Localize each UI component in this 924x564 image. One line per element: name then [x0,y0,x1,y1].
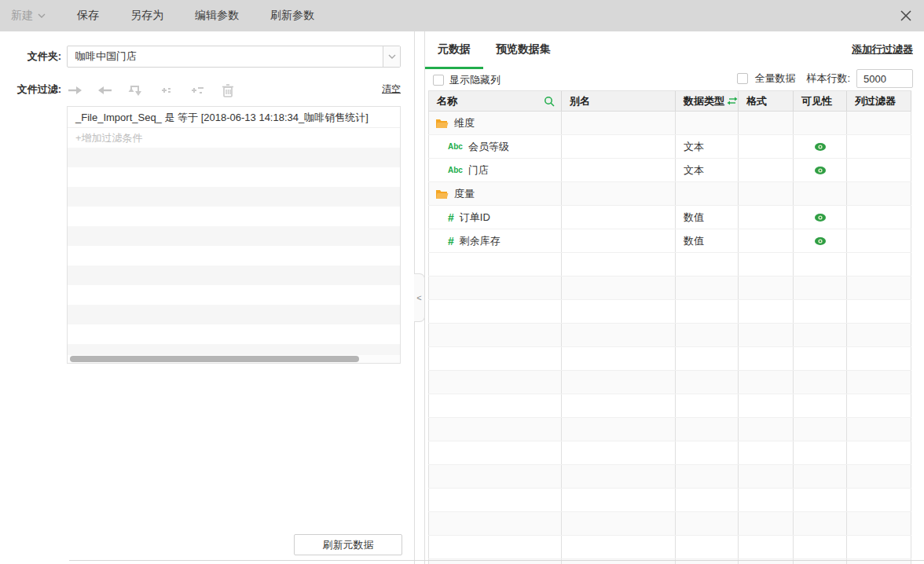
empty-cell [794,512,847,535]
empty-cell [739,371,794,394]
visibility-cell[interactable] [794,229,847,252]
empty-table-row [428,536,911,559]
add-condition-icon[interactable] [159,82,174,98]
column-filter-cell [847,159,911,181]
field-row[interactable]: Abc门店文本 [428,159,911,182]
field-row[interactable]: #剩余库存数值 [428,229,911,253]
row-name-label: 度量 [454,187,475,201]
folder-row[interactable]: 度量 [428,182,911,206]
datatype-cell: 文本 [676,159,739,181]
save-button[interactable]: 保存 [77,9,99,23]
add-row-filter-link[interactable]: 添加行过滤器 [852,42,913,57]
sample-rows-input[interactable] [856,69,913,88]
empty-filter-row [68,266,400,285]
clear-filters-link[interactable]: 清空 [382,82,401,96]
refresh-params-button[interactable]: 刷新参数 [270,9,314,23]
column-header-alias: 别名 [562,91,676,111]
empty-cell [794,489,847,511]
visibility-cell[interactable] [794,159,847,181]
save-as-button-label: 另存为 [130,9,163,23]
empty-cell [428,441,562,464]
empty-cell [562,512,676,535]
column-header-name: 名称 [428,91,562,111]
empty-filter-row [68,148,400,167]
empty-cell [794,441,847,464]
collapse-panel-handle[interactable]: < [414,273,425,322]
save-as-button[interactable]: 另存为 [130,9,163,23]
visibility-cell[interactable] [794,135,847,158]
folder-select[interactable]: 咖啡中国门店 [67,46,401,68]
scrollbar-thumb[interactable] [70,356,359,362]
edit-params-button[interactable]: 编辑参数 [195,9,239,23]
datatype-cell: 文本 [676,135,739,158]
format-cell [739,229,794,252]
move-right-icon[interactable] [67,82,82,98]
empty-cell [676,253,739,276]
empty-table-row [428,371,911,394]
empty-table-row [428,347,911,371]
field-row[interactable]: Abc会员等级文本 [428,135,911,159]
empty-cell [794,371,847,394]
empty-filter-row [68,207,400,226]
empty-cell [676,512,739,535]
new-button[interactable]: 新建 [11,9,46,23]
refresh-params-button-label: 刷新参数 [270,9,314,23]
search-icon[interactable] [544,96,555,107]
full-data-checkbox[interactable] [737,73,748,84]
full-data-label: 全量数据 [754,71,795,86]
empty-cell [847,441,911,464]
empty-cell [794,324,847,346]
visibility-cell[interactable] [794,206,847,229]
alias-cell [562,229,676,252]
swap-datatype-icon[interactable] [727,96,738,106]
empty-cell [739,512,794,535]
tab-metadata[interactable]: 元数据 [425,31,483,69]
empty-filter-row [68,226,400,246]
filter-condition-row[interactable]: _File_Import_Seq_ 是 等于 [2018-06-13 14:18… [68,107,400,128]
empty-cell [847,371,911,394]
visibility-eye-icon[interactable] [814,142,827,152]
sample-rows-label: 样本行数: [806,71,850,86]
top-toolbar: 新建 保存 另存为 编辑参数 刷新参数 [0,0,924,31]
empty-cell [562,465,676,488]
close-icon[interactable] [899,9,913,23]
empty-cell [847,536,911,559]
datatype-cell [676,182,739,205]
empty-cell [847,300,911,323]
field-row[interactable]: #订单ID数值 [428,206,911,229]
empty-table-row [428,418,911,441]
column-header-column-filter: 列过滤器 [847,91,911,111]
empty-cell [847,512,911,535]
empty-cell [739,277,794,299]
empty-cell [847,347,911,370]
datatype-cell: 数值 [676,229,739,252]
folder-row[interactable]: 维度 [428,112,911,135]
folder-label: 文件夹: [0,46,61,68]
empty-cell [739,418,794,441]
trash-icon[interactable] [220,82,236,98]
add-filter-condition[interactable]: +增加过滤条件 [68,128,400,148]
empty-cell [562,394,676,417]
column-filter-cell [847,135,911,158]
empty-cell [428,253,562,276]
empty-cell [562,277,676,299]
move-left-icon[interactable] [97,82,113,98]
empty-cell [739,441,794,464]
empty-cell [794,536,847,559]
undo-icon[interactable] [128,82,144,98]
empty-cell [676,465,739,488]
visibility-eye-icon[interactable] [814,236,827,246]
format-cell [739,206,794,229]
empty-cell [847,324,911,346]
visibility-eye-icon[interactable] [814,213,827,222]
tab-preview-dataset[interactable]: 预览数据集 [483,31,563,69]
add-group-icon[interactable] [189,82,205,98]
show-hidden-columns-checkbox[interactable] [433,75,444,86]
format-cell [739,112,794,134]
empty-filter-row [68,285,400,305]
empty-cell [428,300,562,323]
format-cell [739,135,794,158]
visibility-eye-icon[interactable] [814,166,827,175]
folder-select-arrow[interactable] [383,46,400,67]
refresh-metadata-button[interactable]: 刷新元数据 [294,534,402,555]
